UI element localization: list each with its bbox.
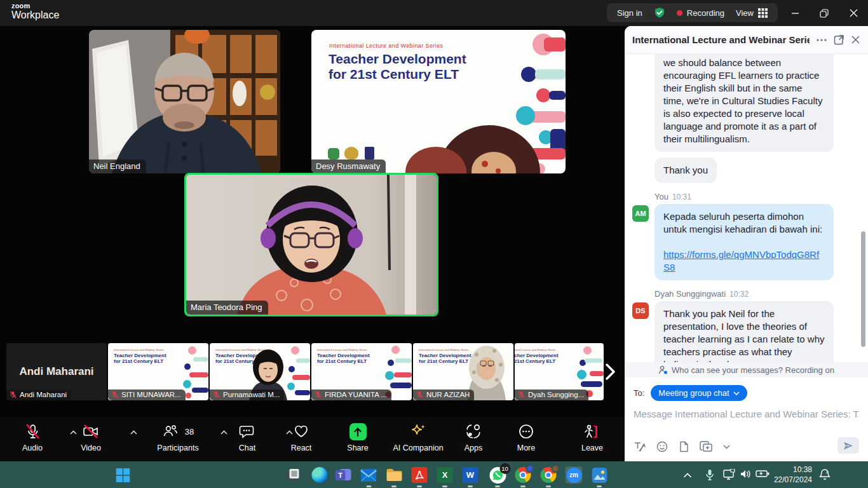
participant-name: Andi Maharani (20, 391, 67, 398)
compose-more-chevron[interactable] (723, 445, 730, 449)
send-to-selector[interactable]: Meeting group chat (651, 385, 747, 401)
chat-panel: International Lecture and Webinar Series… (625, 26, 868, 461)
photos-icon[interactable] (591, 466, 608, 484)
participants-button[interactable]: 38 Participants (143, 422, 213, 452)
share-label: Share (347, 444, 368, 452)
chat-message-bubble[interactable]: we should balance between encouraging EF… (654, 54, 834, 152)
name-tag: Desy Rusmawaty (311, 159, 386, 173)
mini-slide-title: Teacher Developmentfor 21st Century ELT (515, 353, 559, 364)
format-text-icon[interactable] (634, 441, 646, 452)
avatar: AM (632, 205, 649, 222)
send-button[interactable] (837, 437, 859, 454)
muted-mic-icon (111, 391, 118, 398)
participant-name: SITI MUNAWAR... (121, 391, 181, 398)
neil-england-video (89, 30, 280, 173)
zoom-workplace-window: zoom Workplace Sign in Recording View (0, 0, 868, 488)
close-button[interactable] (839, 0, 868, 26)
chat-message-bubble[interactable]: Kepada seluruh peserta dimohon untuk men… (654, 204, 834, 280)
clock-date: 22/07/2024 (774, 475, 812, 485)
apps-icon (465, 423, 482, 440)
tray-volume-icon[interactable] (740, 469, 752, 482)
heart-icon (293, 423, 309, 440)
chrome-icon-profile1[interactable] (515, 466, 532, 484)
message-text: we should balance between encouraging EF… (663, 57, 822, 144)
video-options-chevron[interactable] (130, 426, 137, 437)
apps-label: Apps (465, 444, 483, 452)
taskbar-clock[interactable]: 10:38 22/07/2024 (774, 464, 812, 485)
notification-bell-icon[interactable]: z (819, 468, 831, 483)
screenshot-icon[interactable] (700, 441, 712, 452)
message-input[interactable]: Message International Lecture and Webina… (634, 409, 859, 419)
more-button[interactable]: More (491, 422, 561, 452)
ai-companion-label: AI Companion (393, 444, 443, 452)
filmstrip-tile-siti-munawar[interactable]: International Lecture and Webinar Series… (108, 343, 208, 400)
message-text: Kepada seluruh peserta dimohon untuk men… (663, 211, 822, 234)
filmstrip-tile-dyah-sunggingwati[interactable]: International Lecture and Webinar Series… (515, 343, 604, 400)
video-tile-maria-teodora-ping-active-speaker[interactable]: Maria Teodora Ping (184, 173, 438, 316)
running-indicator (391, 485, 397, 487)
security-shield-icon[interactable] (654, 7, 665, 18)
view-label: View (736, 8, 754, 18)
tray-microphone-icon[interactable] (706, 469, 714, 483)
compose-toolbar (634, 441, 730, 452)
message-with-avatar: AM Kepada seluruh peserta dimohon untuk … (654, 204, 859, 280)
zoom-workplace-logo: zoom Workplace (11, 3, 59, 20)
pop-out-icon[interactable] (834, 34, 844, 45)
attach-file-icon[interactable] (679, 441, 689, 452)
message-with-avatar: DS Thank you pak Neil for the presentati… (654, 301, 859, 362)
participant-name: Purnamawati M... (223, 391, 280, 398)
file-explorer-icon[interactable] (386, 466, 403, 484)
share-button[interactable]: Share (323, 422, 393, 452)
minimize-button[interactable] (780, 0, 810, 26)
excel-icon[interactable]: X (437, 466, 454, 484)
filmstrip-tile-firda-yuanita[interactable]: International Lecture and Webinar Series… (311, 343, 412, 400)
chat-scrollbar[interactable] (861, 231, 865, 347)
attendance-form-link[interactable]: https://forms.gle/qgMNVbpTodqG8RfS8 (663, 248, 825, 274)
filmstrip-tile-andi-maharani[interactable]: Andi Maharani Andi Maharani (6, 343, 107, 400)
chat-messages[interactable]: we should balance between encouraging EF… (625, 54, 868, 362)
whatsapp-icon[interactable]: 10 (489, 466, 506, 484)
video-button[interactable]: Video (56, 422, 126, 452)
teams-icon[interactable]: T (335, 466, 352, 484)
running-indicator (546, 485, 551, 487)
name-tag: Purnamawati M... (210, 390, 284, 400)
muted-mic-icon (213, 391, 220, 398)
participant-name: Neil England (93, 161, 140, 171)
tray-expand-chevron[interactable] (684, 469, 692, 480)
adobe-acrobat-icon[interactable] (411, 466, 428, 484)
react-label: React (291, 444, 312, 452)
restore-button[interactable] (810, 0, 839, 26)
mini-slide-series: International Lecture and Webinar Series (317, 348, 367, 351)
sign-in-button[interactable]: Sign in (617, 8, 642, 18)
filmstrip-next-arrow-button[interactable] (601, 358, 619, 385)
filmstrip-tile-nur-azizah[interactable]: International Lecture and Webinar Series… (413, 343, 513, 400)
start-button[interactable] (114, 466, 132, 484)
word-icon[interactable]: W (462, 466, 479, 484)
zoom-taskbar-icon-active[interactable]: zm (566, 466, 583, 484)
tray-battery-icon[interactable] (756, 469, 770, 480)
view-button[interactable]: View (736, 8, 768, 18)
muted-mic-icon (416, 391, 423, 398)
edge-icon[interactable] (311, 466, 329, 484)
task-view-button[interactable] (284, 466, 301, 484)
chat-message-bubble[interactable]: Thank you pak Neil for the presentation,… (654, 301, 834, 362)
filmstrip-tile-purnamawati[interactable]: International Lecture and Webinar Series… (210, 343, 310, 400)
emoji-icon[interactable] (656, 441, 668, 452)
logo-workplace-text: Workplace (11, 10, 59, 20)
chat-close-icon[interactable] (851, 35, 860, 44)
video-tile-desy-rusmawaty[interactable]: International Lecture and Webinar Series… (311, 30, 566, 173)
tray-display-icon[interactable] (723, 469, 736, 483)
message-sender-row: You10:31 (654, 192, 859, 201)
slide-title-line2: for 21st Century ELT (329, 67, 459, 82)
ai-companion-sparkle-icon (409, 423, 427, 440)
chat-message-bubble[interactable]: Thank you (654, 158, 717, 183)
leave-button[interactable]: Leave (557, 422, 627, 452)
mail-icon[interactable] (360, 466, 377, 484)
running-indicator (520, 485, 526, 487)
recording-indicator[interactable]: Recording (677, 8, 724, 18)
svg-text:z: z (826, 470, 828, 474)
video-tile-neil-england[interactable]: Neil England (89, 30, 280, 173)
chat-more-icon[interactable] (816, 38, 827, 42)
chrome-icon-profile2[interactable] (540, 466, 557, 484)
running-indicator (468, 485, 473, 487)
